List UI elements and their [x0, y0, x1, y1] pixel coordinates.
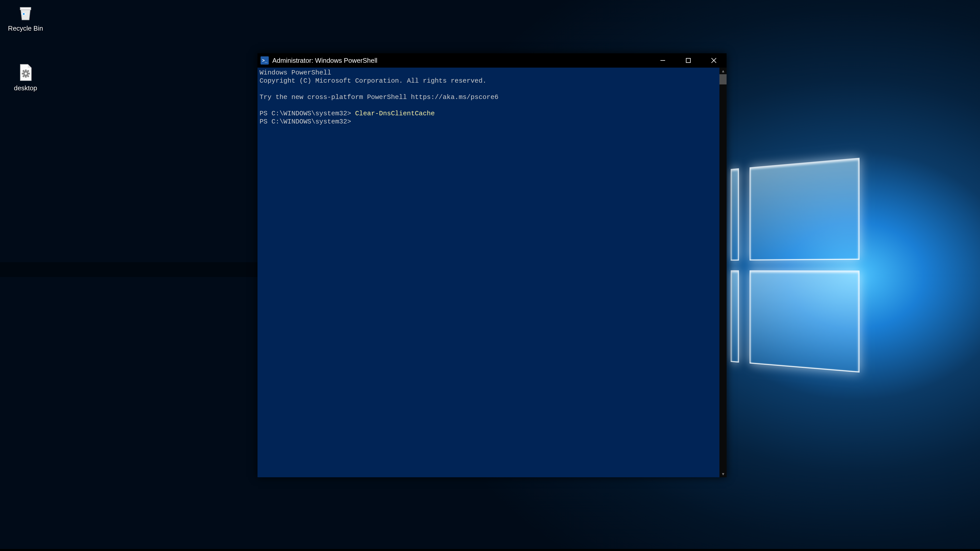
svg-rect-4: [22, 73, 24, 75]
taskbar[interactable]: [0, 549, 980, 551]
console-prompt: PS C:\WINDOWS\system32>: [259, 118, 351, 125]
window-title: Administrator: Windows PowerShell: [272, 57, 377, 65]
scroll-thumb[interactable]: [719, 74, 727, 84]
desktop-icon-label: desktop: [14, 84, 37, 92]
maximize-button[interactable]: [676, 53, 701, 68]
console-scrollbar[interactable]: ▴ ▾: [719, 68, 727, 477]
console-line: Copyright (C) Microsoft Corporation. All…: [259, 77, 487, 85]
close-button[interactable]: [701, 53, 727, 68]
svg-rect-5: [28, 73, 30, 75]
svg-rect-2: [25, 70, 27, 71]
console-prompt: PS C:\WINDOWS\system32>: [259, 110, 355, 118]
console-command: Clear-DnsClientCache: [355, 110, 434, 118]
desktop-icon-label: Recycle Bin: [8, 24, 43, 32]
wallpaper-dark-band: [0, 262, 258, 277]
scroll-track[interactable]: [719, 74, 727, 471]
svg-point-10: [25, 73, 27, 75]
window-titlebar[interactable]: >_ Administrator: Windows PowerShell: [258, 53, 727, 68]
console-line: Windows PowerShell: [259, 69, 331, 76]
powershell-window: >_ Administrator: Windows PowerShell Win…: [258, 53, 727, 477]
console-line: Try the new cross-platform PowerShell ht…: [259, 94, 498, 101]
desktop-icon-desktop-ini[interactable]: desktop: [5, 62, 46, 92]
scroll-up-arrow-icon[interactable]: ▴: [719, 68, 727, 74]
powershell-body: Windows PowerShell Copyright (C) Microso…: [258, 68, 727, 477]
svg-rect-12: [686, 59, 690, 63]
window-controls: [650, 53, 727, 68]
recycle-bin-icon: [15, 3, 36, 23]
minimize-button[interactable]: [650, 53, 676, 68]
svg-rect-3: [25, 76, 27, 78]
desktop-icon-recycle-bin[interactable]: Recycle Bin: [5, 3, 46, 32]
powershell-icon: >_: [261, 56, 269, 65]
powershell-console[interactable]: Windows PowerShell Copyright (C) Microso…: [258, 68, 719, 477]
scroll-down-arrow-icon[interactable]: ▾: [719, 471, 727, 477]
wallpaper-windows-logo: [731, 157, 870, 379]
ini-file-icon: [15, 62, 36, 83]
